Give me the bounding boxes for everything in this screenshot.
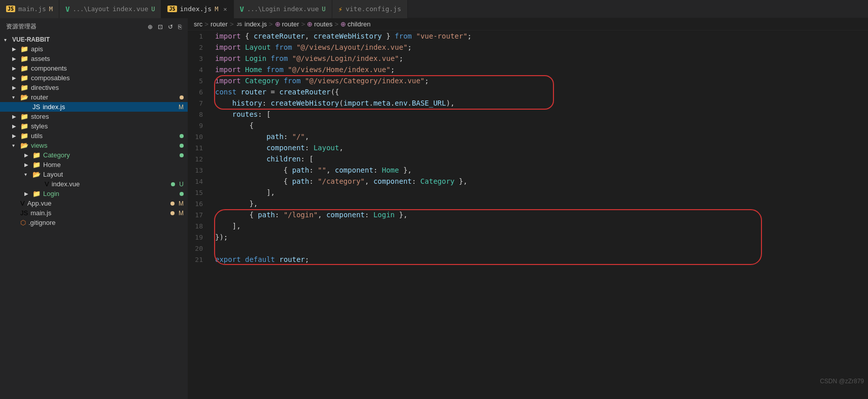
vue-icon: V: [65, 5, 70, 13]
line-code: {: [213, 120, 868, 131]
folder-icon: 📁: [20, 113, 28, 120]
breadcrumb-sep: >: [269, 20, 273, 28]
sidebar-item-project[interactable]: ▾ VUE-RABBIT: [0, 35, 188, 44]
sidebar-label-views: views: [31, 142, 180, 149]
tab-badge: M: [215, 6, 218, 13]
breadcrumb-children: ⊕ children: [340, 20, 371, 28]
line-code: import { createRouter, createWebHistory …: [213, 30, 868, 42]
line-number: 20: [188, 243, 213, 254]
chevron-right-icon: ▶: [24, 162, 32, 168]
code-line: 19});: [188, 231, 868, 243]
code-line: 1import { createRouter, createWebHistory…: [188, 30, 868, 42]
tab-index-js-router[interactable]: JS index.js M ✕: [161, 0, 233, 18]
code-line: 15 ],: [188, 187, 868, 198]
vite-icon: ⚡: [338, 5, 342, 13]
line-number: 18: [188, 220, 213, 231]
line-code: ],: [213, 187, 868, 198]
breadcrumb-sep: >: [334, 20, 338, 28]
sidebar-item-category[interactable]: ▶ 📁 Category: [0, 150, 188, 160]
sidebar-item-main-js[interactable]: JS main.js M: [0, 208, 188, 218]
chevron-down-icon: ▾: [12, 94, 20, 100]
line-number: 6: [188, 86, 213, 97]
line-number: 17: [188, 209, 213, 220]
sidebar-item-stores[interactable]: ▶ 📁 stores: [0, 112, 188, 121]
code-line: 21export default router;: [188, 254, 868, 265]
watermark: CSDN @zZr879: [820, 378, 864, 385]
js-icon: JS: [6, 6, 15, 12]
collapse-icon[interactable]: ⎘: [178, 23, 182, 30]
modified-dot: [170, 211, 175, 215]
folder-icon: 📁: [20, 132, 28, 140]
line-code: });: [213, 231, 868, 243]
modified-badge: M: [179, 200, 184, 207]
sidebar-item-apis[interactable]: ▶ 📁 apis: [0, 44, 188, 54]
folder-icon: 📁: [20, 122, 28, 130]
sidebar-item-composables[interactable]: ▶ 📁 composables: [0, 73, 188, 83]
tab-badge: M: [49, 6, 53, 13]
sidebar-item-assets[interactable]: ▶ 📁 assets: [0, 54, 188, 63]
tab-bar: JS main.js M V ...\Layout index.vue U JS…: [0, 0, 868, 18]
sidebar-item-app-vue[interactable]: V App.vue M: [0, 198, 188, 208]
sidebar-item-layout[interactable]: ▾ 📂 Layout: [0, 170, 188, 179]
breadcrumb-sep: >: [230, 20, 234, 28]
code-line: 10 path: "/",: [188, 131, 868, 142]
code-line: 9 {: [188, 120, 868, 131]
main-layout: 资源管理器 ⊕ ⊡ ↺ ⎘ ▾ VUE-RABBIT ▶ 📁 apis ▶ 📁 …: [0, 18, 868, 399]
sidebar-item-utils[interactable]: ▶ 📁 utils: [0, 131, 188, 141]
refresh-icon[interactable]: ↺: [168, 23, 173, 30]
tab-index-vue-login[interactable]: V ...\Login index.vue U: [234, 0, 332, 18]
tab-vite-config[interactable]: ⚡ vite.config.js: [332, 0, 408, 18]
sidebar-label-composables: composables: [31, 74, 188, 82]
sidebar-label-layout: Layout: [43, 171, 188, 178]
chevron-down-icon: ▾: [24, 172, 32, 177]
tab-label: index.vue: [113, 5, 148, 13]
tab-index-vue-layout[interactable]: V ...\Layout index.vue U: [59, 0, 161, 18]
sidebar-item-directives[interactable]: ▶ 📁 directives: [0, 83, 188, 92]
close-icon[interactable]: ✕: [223, 6, 227, 13]
sidebar-item-gitignore[interactable]: ⬡ .gitignore: [0, 218, 188, 227]
folder-icon: 📁: [20, 84, 28, 91]
tab-path: ...\Login: [247, 6, 280, 13]
modified-dot: [180, 95, 184, 99]
project-label: VUE-RABBIT: [12, 36, 50, 43]
sidebar-item-home[interactable]: ▶ 📁 Home: [0, 160, 188, 170]
code-line: 11 component: Layout,: [188, 142, 868, 153]
sidebar-title: 资源管理器: [6, 22, 37, 31]
new-folder-icon[interactable]: ⊡: [158, 23, 163, 30]
folder-icon: 📁: [32, 190, 41, 197]
sidebar-label-category: Category: [43, 151, 180, 159]
sidebar-item-components[interactable]: ▶ 📁 components: [0, 63, 188, 73]
sidebar-item-views[interactable]: ▾ 📂 views: [0, 141, 188, 150]
sidebar-item-router[interactable]: ▾ 📂 router: [0, 92, 188, 102]
modified-badge: M: [179, 104, 184, 111]
sidebar-icons: ⊕ ⊡ ↺ ⎘: [148, 23, 182, 30]
code-line: 8 routes: [: [188, 109, 868, 120]
untracked-badge: U: [179, 181, 184, 188]
breadcrumb-router2: ⊕ router: [275, 20, 299, 28]
folder-icon: 📁: [20, 45, 28, 53]
code-table: 1import { createRouter, createWebHistory…: [188, 30, 868, 265]
chevron-right-icon: ▶: [12, 56, 20, 61]
sidebar-header: 资源管理器 ⊕ ⊡ ↺ ⎘: [0, 18, 188, 35]
children-bc-icon: ⊕: [340, 20, 346, 28]
modified-dot: [180, 192, 184, 196]
tab-main-js[interactable]: JS main.js M: [0, 0, 59, 18]
sidebar-item-layout-index-vue[interactable]: V index.vue U: [0, 179, 188, 189]
breadcrumb-routes: ⊕ routes: [307, 20, 332, 28]
chevron-right-icon: ▶: [12, 114, 20, 119]
line-code: import Home from "@/views/Home/index.vue…: [213, 64, 868, 75]
sidebar-label-assets: assets: [31, 55, 188, 62]
sidebar-item-styles[interactable]: ▶ 📁 styles: [0, 121, 188, 131]
js-file-icon: JS: [32, 103, 40, 111]
chevron-right-icon: ▶: [12, 46, 20, 52]
chevron-right-icon: ▶: [24, 152, 32, 158]
editor: 1import { createRouter, createWebHistory…: [188, 30, 868, 399]
folder-open-icon: 📂: [20, 142, 28, 149]
router-bc-icon: ⊕: [275, 20, 281, 28]
sidebar-item-login[interactable]: ▶ 📁 Login: [0, 189, 188, 198]
new-file-icon[interactable]: ⊕: [148, 23, 153, 30]
sidebar-item-index-js[interactable]: JS index.js M: [0, 102, 188, 112]
line-code: { path: "", component: Home },: [213, 164, 868, 176]
line-code: [213, 243, 868, 254]
sidebar-label-home: Home: [43, 161, 188, 169]
